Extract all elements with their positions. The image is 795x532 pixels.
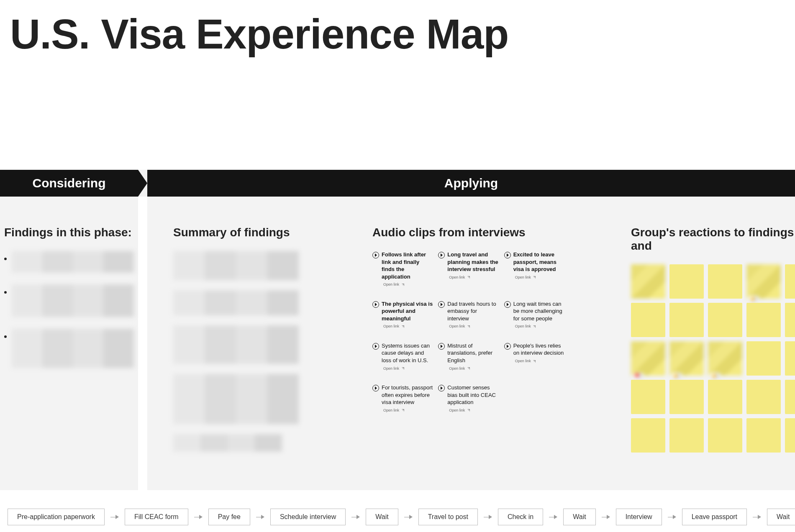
sticky-note[interactable] xyxy=(746,418,781,453)
audio-clip-text: Long wait times can be more challenging … xyxy=(513,301,562,322)
reaction-badge[interactable]: ❤️1 xyxy=(633,373,644,378)
sticky-note[interactable] xyxy=(708,264,742,299)
redacted-text xyxy=(12,251,134,273)
timeline-step[interactable]: Travel to post xyxy=(418,509,478,525)
sticky-note[interactable] xyxy=(631,264,665,299)
phase-header-bar: Considering Applying xyxy=(0,170,795,197)
open-link[interactable]: Open link xyxy=(515,275,536,280)
column-considering: Findings in this phase: xyxy=(4,197,134,380)
sticky-note[interactable] xyxy=(746,303,781,337)
audio-clip[interactable]: Mistrust of translations, prefer English… xyxy=(438,342,499,371)
play-icon[interactable] xyxy=(372,252,379,258)
audio-clip[interactable]: Customer senses bias built into CEAC app… xyxy=(438,384,499,413)
arrow-icon xyxy=(256,515,264,519)
sticky-note[interactable] xyxy=(785,380,795,414)
sticky-note[interactable] xyxy=(631,303,665,337)
reaction-badge[interactable]: 👍1 xyxy=(748,296,759,301)
timeline-step[interactable]: Check in xyxy=(498,509,543,525)
sticky-note[interactable]: 👍1 xyxy=(708,341,742,376)
open-link[interactable]: Open link xyxy=(515,324,536,329)
play-icon[interactable] xyxy=(438,301,445,308)
redacted-text xyxy=(12,329,134,368)
audio-clip-text: Mistrust of translations, prefer English xyxy=(447,343,492,363)
sticky-note[interactable] xyxy=(631,418,665,453)
timeline-step[interactable]: Fill CEAC form xyxy=(125,509,188,525)
timeline-step[interactable]: Leave passport xyxy=(682,509,747,525)
open-link[interactable]: Open link xyxy=(449,408,470,413)
open-link[interactable]: Open link xyxy=(449,324,470,329)
timeline-step[interactable]: Pay fee xyxy=(208,509,250,525)
audio-clip[interactable]: The physical visa is powerful and meanin… xyxy=(372,300,433,330)
open-link[interactable]: Open link xyxy=(449,275,470,280)
column-audio-clips: Audio clips from interviews Follows link… xyxy=(372,197,565,413)
sticky-note[interactable] xyxy=(708,418,742,453)
sticky-note[interactable] xyxy=(746,341,781,376)
finding-bullet xyxy=(4,251,134,273)
sticky-note[interactable] xyxy=(785,418,795,453)
column-summary: Summary of findings xyxy=(173,197,324,462)
timeline-step[interactable]: Wait xyxy=(767,509,795,525)
timeline-step[interactable]: Schedule interview xyxy=(270,509,346,525)
audio-clip-text: Systems issues can cause delays and loss… xyxy=(382,343,430,363)
play-icon[interactable] xyxy=(504,343,511,350)
open-link[interactable]: Open link xyxy=(449,366,470,371)
bullet-dot-icon xyxy=(4,291,7,294)
play-icon[interactable] xyxy=(438,343,445,350)
redacted-text xyxy=(173,251,299,280)
audio-clip[interactable]: Long wait times can be more challenging … xyxy=(504,300,565,330)
play-icon[interactable] xyxy=(372,343,379,350)
phase-tab-considering[interactable]: Considering xyxy=(0,170,138,197)
reaction-badge[interactable]: 👍1 xyxy=(671,373,682,378)
sticky-note[interactable] xyxy=(669,264,704,299)
page-title: U.S. Visa Experience Map xyxy=(10,10,508,58)
open-link[interactable]: Open link xyxy=(515,358,536,363)
audio-clip[interactable]: Long travel and planning makes the inter… xyxy=(438,251,499,288)
column-divider xyxy=(138,197,147,490)
audio-clip-text: The physical visa is powerful and meanin… xyxy=(382,301,433,322)
arrow-icon xyxy=(668,515,676,519)
arrow-icon xyxy=(549,515,557,519)
audio-clip[interactable]: Systems issues can cause delays and loss… xyxy=(372,342,433,371)
audio-clip-text: Follows link after link and finally find… xyxy=(382,251,426,280)
timeline-step[interactable]: Pre-application paperwork xyxy=(8,509,105,525)
timeline-step[interactable]: Wait xyxy=(366,509,398,525)
sticky-note[interactable] xyxy=(708,303,742,337)
sticky-note[interactable]: ❤️1 xyxy=(631,341,665,376)
sticky-note[interactable] xyxy=(669,418,704,453)
audio-clip-text: Customer senses bias built into CEAC app… xyxy=(447,384,496,405)
redacted-text xyxy=(173,325,299,364)
sticky-note[interactable]: 👍1 xyxy=(669,341,704,376)
open-link[interactable]: Open link xyxy=(383,282,405,287)
arrow-icon xyxy=(484,515,492,519)
summary-heading: Summary of findings xyxy=(173,226,324,239)
findings-heading: Findings in this phase: xyxy=(4,226,134,239)
sticky-note[interactable] xyxy=(631,380,665,414)
play-icon[interactable] xyxy=(438,385,445,391)
play-icon[interactable] xyxy=(438,252,445,258)
sticky-note[interactable]: 👍1 xyxy=(746,264,781,299)
audio-clip[interactable]: People's lives relies on interview decis… xyxy=(504,342,565,371)
sticky-note[interactable] xyxy=(785,341,795,376)
play-icon[interactable] xyxy=(504,301,511,308)
sticky-note[interactable] xyxy=(785,264,795,299)
sticky-note[interactable] xyxy=(669,303,704,337)
audio-clip[interactable]: For tourists, passport often expires bef… xyxy=(372,384,433,413)
sticky-note[interactable] xyxy=(746,380,781,414)
sticky-note[interactable] xyxy=(669,380,704,414)
audio-clip[interactable]: Excited to leave passport, means visa is… xyxy=(504,251,565,288)
audio-clip[interactable]: Follows link after link and finally find… xyxy=(372,251,433,288)
play-icon[interactable] xyxy=(372,301,379,308)
open-link[interactable]: Open link xyxy=(383,324,405,329)
audio-clip[interactable]: Dad travels hours to embassy for intervi… xyxy=(438,300,499,330)
open-link[interactable]: Open link xyxy=(383,408,405,413)
timeline-step[interactable]: Interview xyxy=(616,509,662,525)
arrow-icon xyxy=(753,515,761,519)
sticky-note[interactable] xyxy=(785,303,795,337)
play-icon[interactable] xyxy=(372,385,379,391)
reaction-badge[interactable]: 👍1 xyxy=(710,373,721,378)
timeline-step[interactable]: Wait xyxy=(563,509,595,525)
play-icon[interactable] xyxy=(504,252,511,258)
open-link[interactable]: Open link xyxy=(383,366,405,371)
sticky-note[interactable] xyxy=(708,380,742,414)
phase-tab-applying[interactable]: Applying xyxy=(147,170,795,197)
